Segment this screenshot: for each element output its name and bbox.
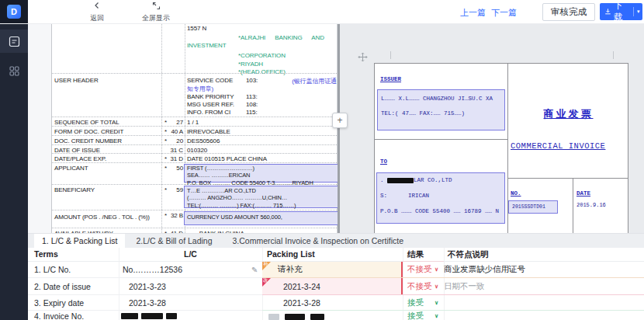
- sidebar-item-apps[interactable]: [0, 59, 28, 82]
- header-underline: [403, 261, 444, 262]
- beneficiary-highlight-box[interactable]: T…E …………AR CO.,LTD (……… ANGZHO…… ………U,CH…: [184, 186, 339, 208]
- table-row: 3. Expiry date 2021-3-28 2021-3-28 接受 ∨: [28, 295, 644, 311]
- redaction-bar: [141, 313, 163, 319]
- row-divider: [262, 294, 644, 295]
- invoice-no-value: 2015SSDTD01: [509, 201, 557, 210]
- chevron-down-icon: ∨: [435, 266, 438, 273]
- swift-field-row: FORM OF DOC. CREDIT * 40 A IRREVOCABLE: [52, 126, 340, 135]
- field-value: 1 / 1: [187, 119, 338, 126]
- bank-priority-value: 113:: [246, 93, 258, 100]
- tab-lc-bill-of-lading[interactable]: 2.L/C & Bill of Lading: [128, 234, 220, 248]
- swift-field-row: SEQUENCE OF TOTAL * 27 1 / 1: [52, 117, 340, 126]
- term-cell: 2. Date of issue: [34, 278, 91, 294]
- badge-text: 改: [263, 277, 268, 283]
- fullscreen-button[interactable]: 全屏显示: [140, 2, 172, 22]
- field-label: DOC. CREDIT NUMBER: [54, 137, 122, 144]
- packing-list-cell[interactable]: [262, 311, 403, 320]
- swift-field-row: DATE OF ISSUE 31 C 010320: [52, 144, 340, 153]
- field-tag: 59: [167, 186, 183, 193]
- result-value: 不接受: [407, 281, 432, 292]
- amount-row: AMOUNT (POS . /NEG . TOL . (%)) * 32 B C…: [52, 210, 340, 228]
- field-value: DATE 010515 PLACE CHINA: [187, 155, 338, 162]
- note-cell[interactable]: 商业发票缺少信用证号: [444, 262, 525, 277]
- review-done-button[interactable]: 审核完成: [542, 3, 595, 21]
- column-divider: [161, 23, 162, 233]
- invoice-title-en: COMMERCIAL INVOICE: [511, 141, 605, 151]
- result-select[interactable]: 接受 ∨: [403, 311, 444, 320]
- term-cell: 4. Invoice No.: [34, 311, 84, 320]
- packing-list-cell[interactable]: 改 2021-3-24: [262, 278, 403, 294]
- result-value: 接受: [407, 297, 424, 308]
- packing-list-cell[interactable]: 补 请补充: [262, 262, 403, 277]
- lc-document-panel: 1557 N *ALRAJHI BANKING AND INVESTMENT *…: [51, 23, 340, 233]
- add-annotation-button[interactable]: +: [332, 113, 348, 128]
- issuer-highlight-box[interactable]: L……… X.L……… CHANGZHOU JI…SU.C XA TEL:( 4…: [377, 89, 505, 130]
- panel-gutter: [28, 23, 51, 233]
- lc-value-cell[interactable]: No.………12536: [123, 262, 182, 277]
- tab-lc-packing-list[interactable]: 1. L/C & Packing List: [34, 234, 125, 248]
- sidebar-item-document[interactable]: [0, 30, 28, 53]
- service-code-label: SERVICE CODE: [187, 77, 246, 84]
- field-label: APPLICANT: [54, 165, 88, 172]
- discrepancy-table: Terms L/C Packing List 结果 不符点说明 1. L/C N…: [28, 248, 644, 320]
- to-label: TO: [380, 158, 387, 165]
- field-label: SEQUENCE OF TOTAL: [54, 119, 119, 126]
- to-line: S: IRICAN: [377, 183, 504, 199]
- table-header-row: Terms L/C Packing List 结果 不符点说明: [28, 248, 644, 262]
- msg-user-ref-label: MSG USER REF.: [187, 101, 246, 108]
- amount-highlight-box[interactable]: CURRENCY USD AMOUNT 560,000,: [184, 211, 339, 225]
- move-handle-icon[interactable]: [358, 51, 368, 65]
- field-value: IRREVOCABLE: [187, 128, 338, 135]
- invoice-no-highlight-box[interactable]: 2015SSDTD01: [508, 200, 558, 214]
- bank-name-line2: INVESTMENT: [187, 42, 227, 49]
- result-select[interactable]: 不接受 ∨: [403, 262, 444, 277]
- vertical-scrollbar[interactable]: [338, 23, 340, 233]
- packing-list-value: 2021-3-28: [283, 298, 320, 308]
- field-tag: 50: [167, 165, 183, 172]
- app-logo: D: [0, 0, 28, 23]
- redaction-bar: [166, 313, 177, 319]
- download-icon: [604, 8, 611, 16]
- redaction-bar: [285, 314, 305, 320]
- field-label: DATE/PLACE EXP.: [54, 155, 106, 162]
- swift-field-row: DOC. CREDIT NUMBER * 20 DES505606: [52, 135, 340, 144]
- next-doc-link[interactable]: 下一篇: [491, 7, 517, 19]
- redaction-bar: [121, 313, 138, 319]
- col-packing: Packing List: [267, 248, 315, 261]
- lc-value-cell[interactable]: 2021-3-28: [129, 295, 166, 310]
- user-header-row: USER HEADER SERVICE CODE103: (银行盖信用证通 知专…: [52, 73, 340, 117]
- col-note: 不符点说明: [448, 248, 489, 261]
- tab-commercial-invoice[interactable]: 3.Commercial Invoice & Inspection on Cer…: [225, 234, 412, 248]
- beneficiary-row: BENEFICIARY * 59 T…E …………AR CO.,LTD (…………: [52, 184, 340, 210]
- prev-doc-link[interactable]: 上一篇: [460, 7, 486, 19]
- table-row: 4. Invoice No. 接受 ∨: [28, 311, 644, 320]
- chevron-down-icon: ∨: [435, 300, 438, 306]
- bank-name-line3: *CORPORATION: [238, 52, 286, 59]
- applicant-highlight-box[interactable]: FIRST (……………………) SEA…… ………ERICAN P.O. BO…: [184, 164, 339, 183]
- field-label: BENEFICIARY: [54, 186, 95, 193]
- chevron-down-icon: ∨: [435, 283, 438, 290]
- msg-user-ref-value: 108:: [246, 101, 258, 108]
- invoice-date-label: DATE: [576, 190, 590, 197]
- page-guide-tick: [390, 51, 391, 59]
- result-select[interactable]: 不接受 ∨: [403, 278, 444, 294]
- to-highlight-box[interactable]: . LAR CO.,LTD S: IRICAN P.O.B ……… CODE 5…: [376, 172, 505, 224]
- beneficiary-line: TEL:(……… ………) FAX:(……… 715……): [185, 202, 338, 209]
- table-row: 2. Date of issue 2021-3-23 改 2021-3-24 不…: [28, 278, 644, 295]
- amount-line: CURRENCY USD AMOUNT 560,000,: [185, 212, 338, 221]
- field-tag: 27: [167, 119, 183, 126]
- result-select[interactable]: 接受 ∨: [403, 295, 444, 310]
- note-cell[interactable]: 日期不一致: [444, 278, 485, 294]
- edit-icon[interactable]: ✎: [251, 266, 258, 274]
- download-button[interactable]: 下载 ▾: [600, 3, 642, 20]
- back-button[interactable]: 返回: [84, 2, 110, 22]
- col-lc: L/C: [119, 248, 262, 261]
- invoice-date-value: 2015.9.16: [576, 202, 606, 208]
- comparison-tabbar: 1. L/C & Packing List 2.L/C & Bill of La…: [28, 233, 644, 248]
- lc-value-cell[interactable]: 2021-3-23: [129, 278, 166, 294]
- page-guide-tick: [613, 51, 614, 59]
- issuer-line: TEL:( 47…… FAX:…… 715……): [378, 102, 504, 117]
- packing-list-cell[interactable]: 2021-3-28: [262, 295, 403, 310]
- download-caret[interactable]: ▾: [634, 3, 642, 20]
- lc-value-cell[interactable]: [121, 311, 180, 320]
